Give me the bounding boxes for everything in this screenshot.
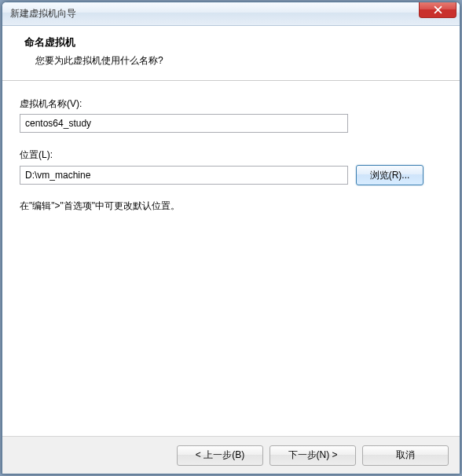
next-button[interactable]: 下一步(N) >	[270, 445, 356, 466]
vm-location-input[interactable]	[20, 166, 348, 185]
header-subtitle: 您要为此虚拟机使用什么名称?	[35, 54, 444, 68]
browse-button[interactable]: 浏览(R)...	[356, 165, 424, 185]
close-button[interactable]	[419, 2, 456, 18]
cancel-button[interactable]: 取消	[362, 445, 449, 466]
header-title: 命名虚拟机	[24, 35, 444, 49]
vm-name-row: 虚拟机名称(V):	[20, 97, 442, 133]
titlebar[interactable]: 新建虚拟机向导	[2, 2, 460, 26]
window-title: 新建虚拟机向导	[10, 7, 76, 20]
footer-bar: < 上一步(B) 下一步(N) > 取消	[2, 436, 460, 474]
vm-name-input[interactable]	[20, 114, 348, 133]
wizard-window: 新建虚拟机向导 命名虚拟机 您要为此虚拟机使用什么名称? 虚拟机名称(V): 位…	[2, 2, 460, 474]
hint-text: 在"编辑">"首选项"中可更改默认位置。	[20, 200, 442, 213]
vm-location-label: 位置(L):	[20, 148, 442, 162]
back-button[interactable]: < 上一步(B)	[177, 445, 263, 466]
vm-location-row: 位置(L): 浏览(R)...	[20, 148, 442, 185]
header-panel: 命名虚拟机 您要为此虚拟机使用什么名称?	[2, 26, 460, 81]
vm-name-label: 虚拟机名称(V):	[20, 97, 442, 111]
close-icon	[434, 5, 442, 14]
content-area: 虚拟机名称(V): 位置(L): 浏览(R)... 在"编辑">"首选项"中可更…	[2, 81, 460, 436]
